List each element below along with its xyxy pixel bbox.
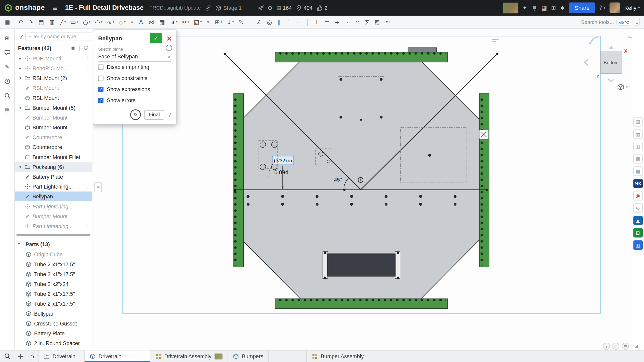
- undo-tool[interactable]: ↶: [17, 17, 25, 27]
- midpoint-constraint[interactable]: ÷: [333, 17, 341, 27]
- overflow-menu-icon[interactable]: ⋮: [85, 65, 90, 71]
- add-tab-button[interactable]: +: [15, 350, 26, 362]
- part-row[interactable]: Origin Cube: [15, 249, 92, 259]
- hamburger-icon[interactable]: ≡: [52, 4, 58, 12]
- line-tool[interactable]: ╱▾: [58, 17, 68, 27]
- app-icon-frames[interactable]: ▥: [633, 240, 643, 250]
- view-mode-dropdown[interactable]: ▾: [617, 83, 628, 91]
- draw-tool[interactable]: ✎: [237, 17, 246, 27]
- measure-tool[interactable]: ⌖: [205, 17, 212, 27]
- help-circle-icon[interactable]: ?: [603, 343, 610, 350]
- app-icon-export[interactable]: ▤: [633, 117, 643, 127]
- rectangle-tool[interactable]: ▭▾: [69, 17, 80, 27]
- history-icon[interactable]: [4, 78, 11, 85]
- part-row[interactable]: Bellypan: [15, 309, 92, 318]
- vertical-constraint[interactable]: │: [304, 17, 311, 27]
- sketch-plane-field[interactable]: Face of Bellypan ×: [98, 52, 171, 62]
- app-icon-render[interactable]: ▦: [633, 129, 643, 139]
- app-icon-autodesk[interactable]: ▲: [633, 216, 643, 225]
- dimension-value[interactable]: 0.094: [274, 169, 288, 175]
- feature-row[interactable]: Bumper Mount: [15, 122, 92, 132]
- rollback-history-icon[interactable]: [83, 45, 89, 51]
- panel-collapse-handle[interactable]: ≣: [94, 183, 102, 192]
- option-row[interactable]: Disable imprinting: [93, 62, 176, 73]
- parallel-constraint[interactable]: ∥: [276, 17, 282, 27]
- checkbox-checked[interactable]: ✓: [98, 98, 103, 103]
- feature-row[interactable]: ▸PDH Mounti...⋮: [15, 53, 92, 63]
- tab-folder-drivetrain[interactable]: Drivetrain: [39, 350, 85, 362]
- document-thumbnail[interactable]: [503, 2, 518, 13]
- part-row[interactable]: Tube 2"x1"x17.5": [15, 289, 92, 299]
- equal-constraint[interactable]: =: [323, 17, 331, 27]
- suppress-icon[interactable]: ‖: [78, 45, 81, 51]
- tab-drivetrain-active[interactable]: Drivetrain: [85, 350, 150, 362]
- export-tool[interactable]: ↧▾: [225, 17, 236, 27]
- workspace-chip[interactable]: Stage 1: [215, 5, 242, 11]
- feature-row[interactable]: Bumper Mount Fillet: [15, 152, 92, 162]
- grid-tool[interactable]: ⊞▾: [213, 17, 224, 27]
- feature-row[interactable]: Part Lightening...⋮: [15, 201, 92, 211]
- circle-tool[interactable]: ○▾: [81, 17, 92, 27]
- clear-selection-icon[interactable]: ×: [167, 54, 171, 59]
- app-store-icon[interactable]: ⊞: [551, 5, 556, 11]
- part-row[interactable]: 2 in. Round Spacer: [15, 338, 92, 348]
- spline-tool[interactable]: ∿▾: [105, 17, 116, 27]
- stat-views[interactable]: ▤ 164: [276, 5, 292, 11]
- option-row[interactable]: Show constraints: [93, 73, 176, 84]
- link-icon[interactable]: [205, 5, 211, 11]
- app-icon-gear[interactable]: ⊙: [633, 203, 643, 213]
- search-tools[interactable]: Search tools... alt/⌥ c: [581, 19, 640, 25]
- menu-circle-icon[interactable]: ≡: [622, 343, 629, 350]
- copy-tool[interactable]: ▤: [37, 17, 46, 27]
- chevron-down-icon[interactable]: ▾: [18, 165, 23, 169]
- feature-folder-row[interactable]: ▾Bumper Mount (5): [15, 103, 92, 113]
- checkbox-unchecked[interactable]: [98, 64, 103, 70]
- onshape-logo[interactable]: onshape: [4, 4, 45, 12]
- cancel-button[interactable]: ×: [165, 34, 173, 42]
- app-icon-mk[interactable]: MK: [633, 179, 643, 188]
- feature-row[interactable]: Bumper Mount: [15, 211, 92, 221]
- final-button[interactable]: Final: [144, 110, 164, 120]
- feature-row[interactable]: Counterbore: [15, 132, 92, 142]
- arc-tool[interactable]: ◠▾: [93, 17, 104, 27]
- dimension-expression[interactable]: (3/32) in: [274, 158, 292, 163]
- feature-folder-row[interactable]: ▾Pocketing (6): [15, 162, 92, 172]
- feature-row[interactable]: Part Lightening...⋮: [15, 221, 92, 231]
- point-tool[interactable]: ∘: [129, 17, 136, 27]
- feature-row[interactable]: Battery Plate: [15, 172, 92, 182]
- checkbox-checked[interactable]: ✓: [98, 87, 103, 92]
- integrations-icon[interactable]: ∗: [560, 5, 565, 11]
- overflow-menu-icon[interactable]: ⋮: [85, 55, 90, 61]
- parts-header[interactable]: ▾ Parts (13): [15, 239, 92, 249]
- app-icon-sheets[interactable]: ⊞: [633, 228, 643, 238]
- symmetric-constraint[interactable]: ≍: [353, 17, 362, 27]
- offset-tool[interactable]: ≋▾: [169, 17, 179, 27]
- intersection-widget[interactable]: [479, 130, 488, 139]
- home-icon[interactable]: ⌂: [26, 350, 39, 362]
- mirror-tool[interactable]: ⋈: [147, 17, 157, 27]
- sum-constraint[interactable]: ∑: [364, 17, 371, 27]
- plane-selector-icon[interactable]: [166, 45, 172, 51]
- app-icon-palette[interactable]: ◉: [633, 191, 643, 201]
- tab-drivetrain-assembly[interactable]: Drivetrain Assembly: [150, 350, 228, 362]
- redo-tool[interactable]: ↷: [27, 17, 35, 27]
- feature-folder-row[interactable]: ▾RSL Mount (2): [15, 73, 92, 83]
- stat-likes[interactable]: 2: [317, 5, 328, 11]
- perpendicular-constraint[interactable]: ⊥: [313, 17, 321, 27]
- sketch-tools-button[interactable]: ✎: [130, 109, 141, 120]
- part-row[interactable]: Tube 2"x1"x17.5": [15, 269, 92, 279]
- comments-icon[interactable]: [4, 49, 11, 56]
- app-icon-sim[interactable]: ▨: [633, 166, 643, 176]
- rollback-bar[interactable]: [16, 234, 90, 236]
- part-row[interactable]: Tube 2"x2"x24": [15, 279, 92, 289]
- curvature-constraint[interactable]: ≈: [384, 17, 392, 27]
- horizontal-constraint[interactable]: ─: [295, 17, 302, 27]
- tab-bumpers[interactable]: Bumpers: [228, 350, 269, 362]
- trim-tool[interactable]: ✂▾: [181, 17, 191, 27]
- pattern-tool[interactable]: ▦: [158, 17, 167, 27]
- public-globe-icon[interactable]: ⊕: [268, 5, 272, 11]
- part-row[interactable]: Battery Plate: [15, 328, 92, 338]
- chevron-down-icon[interactable]: ▾: [18, 76, 23, 80]
- overflow-menu-icon[interactable]: ⋮: [85, 203, 90, 209]
- viewcube-left-arrow[interactable]: [585, 59, 588, 66]
